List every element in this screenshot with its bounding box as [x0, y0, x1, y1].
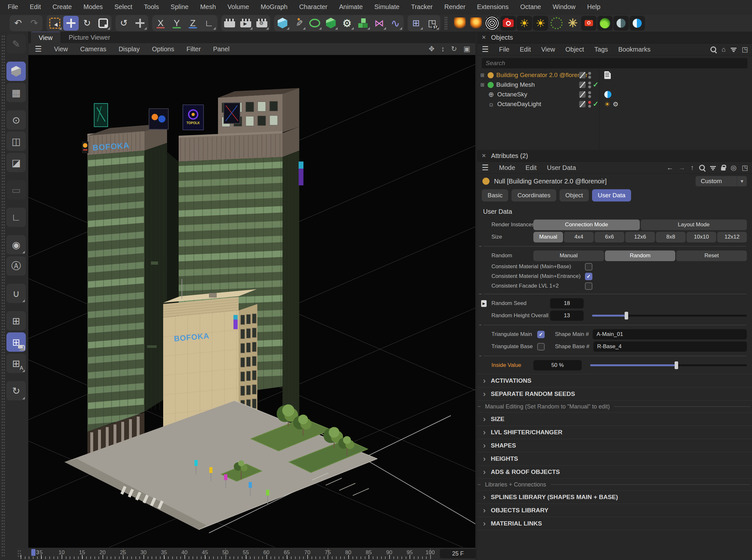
group-expander-icon[interactable]: ▶	[481, 300, 487, 307]
octane-render-camera-icon[interactable]	[581, 16, 597, 31]
menu-simulate[interactable]: Simulate	[374, 3, 399, 11]
shape-main-input[interactable]: A-Main_01	[593, 329, 747, 339]
octane-texture1-icon[interactable]	[613, 16, 629, 31]
render-instances-connection-mode[interactable]: Connection Mode	[533, 220, 640, 230]
rotate-tool-icon[interactable]: ↻	[79, 16, 95, 31]
section-heights[interactable]: ›HEIGHTS	[477, 452, 752, 465]
viewport-menu-view[interactable]: View	[54, 45, 68, 53]
external-window-icon[interactable]: ◳	[742, 164, 748, 172]
visibility-dots[interactable]	[588, 82, 591, 88]
random-height-input[interactable]: 13	[550, 311, 584, 321]
size-6x6[interactable]: 6x6	[595, 232, 624, 242]
undo-icon[interactable]: ↶	[10, 16, 26, 31]
points-mode-icon[interactable]: ⊙	[6, 110, 26, 129]
tree-item-octanedaylight[interactable]: ☼OctaneDayLight✓☀⚙	[477, 99, 752, 109]
menu-tracker[interactable]: Tracker	[411, 3, 433, 11]
edit-mode-icon[interactable]: ✎	[6, 34, 26, 54]
octane-texture2-icon[interactable]	[630, 16, 645, 31]
attributes-menu-mode[interactable]: Mode	[499, 164, 515, 172]
filter-icon[interactable]	[731, 48, 736, 49]
viewport-menu-options[interactable]: Options	[152, 45, 174, 53]
array-grid-icon[interactable]: ⊞	[408, 16, 424, 31]
section-size[interactable]: ›SIZE	[477, 412, 752, 426]
redo-icon[interactable]: ↷	[26, 16, 42, 31]
visibility-dots[interactable]	[588, 91, 591, 98]
enable-axis-icon[interactable]: ◉	[6, 235, 26, 254]
expand-icon[interactable]: ⊞	[480, 72, 485, 78]
section-objects-library[interactable]: ›OBJECTS LIBRARY	[477, 504, 752, 517]
viewport-menu-filter[interactable]: Filter	[186, 45, 201, 53]
external-window-icon[interactable]: ◳	[742, 45, 748, 53]
tree-item-octanesky[interactable]: ⊕OctaneSky	[477, 89, 752, 99]
visibility-dots[interactable]	[588, 72, 591, 79]
random-reset[interactable]: Reset	[676, 251, 747, 261]
deformer-icon[interactable]: ⋈	[372, 16, 387, 31]
menu-tools[interactable]: Tools	[144, 3, 159, 11]
viewport-menu-cameras[interactable]: Cameras	[80, 45, 106, 53]
random-manual[interactable]: Manual	[533, 251, 604, 261]
toolbar-grip[interactable]	[444, 17, 448, 30]
objects-hamburger-icon[interactable]: ☰	[482, 45, 489, 54]
section-material-links[interactable]: ›MATERIAL LINKS	[477, 517, 752, 531]
layer-pencil-icon[interactable]	[579, 101, 586, 107]
filter-icon[interactable]	[710, 166, 716, 167]
menu-render[interactable]: Render	[444, 3, 466, 11]
attributes-menu-user-data[interactable]: User Data	[547, 164, 576, 172]
triangulate-base-checkbox[interactable]: ✓	[537, 343, 545, 351]
octane-sun-icon[interactable]: ☀	[517, 16, 532, 31]
menu-help[interactable]: Help	[587, 3, 600, 11]
slider-knob[interactable]	[625, 312, 628, 320]
visibility-dots[interactable]	[588, 101, 591, 108]
render-instances-layout-mode[interactable]: Layout Mode	[641, 220, 747, 230]
field-icon[interactable]: ∿	[388, 16, 403, 31]
checkbox[interactable]: ✓	[585, 282, 592, 290]
tweak-mode-icon[interactable]: ▭	[6, 180, 26, 200]
menu-volume[interactable]: Volume	[227, 3, 249, 11]
z-axis-lock[interactable]: Z	[185, 16, 201, 31]
tab-view[interactable]: View	[31, 32, 60, 43]
timeline-playhead[interactable]	[31, 549, 36, 556]
objects-menu-view[interactable]: View	[541, 46, 555, 53]
timeline[interactable]: 3 25 F 510152025303540455055606570758085…	[16, 548, 475, 560]
menu-file[interactable]: File	[8, 3, 18, 11]
viewport-canvas[interactable]: TOPOLKBOFOKABOFOKA	[28, 55, 475, 548]
expand-icon[interactable]: ⊞	[480, 82, 485, 88]
close-icon[interactable]: ×	[482, 152, 486, 160]
octane-camera-icon[interactable]	[500, 16, 516, 31]
render-picture-viewer-icon[interactable]	[238, 16, 254, 31]
octane-live-viewer-icon[interactable]	[484, 16, 500, 31]
viewport-menu-display[interactable]: Display	[119, 45, 140, 53]
edges-mode-icon[interactable]: ◫	[6, 132, 26, 151]
tab-user-data[interactable]: User Data	[592, 189, 631, 201]
workplane-grid-icon[interactable]: ⊞	[6, 311, 26, 331]
dolly-icon[interactable]: ↕	[441, 45, 445, 53]
render-view-icon[interactable]	[222, 16, 237, 31]
home-icon[interactable]: ⌂	[721, 45, 726, 53]
menu-mesh[interactable]: Mesh	[200, 3, 216, 11]
section-separate-random-seeds[interactable]: ›SEPARATE RANDOM SEEDS	[477, 387, 752, 401]
last-tool-icon[interactable]: ↺	[116, 16, 132, 31]
shape-base-input[interactable]: R-Base_4	[593, 341, 747, 352]
slider-knob[interactable]	[675, 361, 678, 369]
tree-item-building-mesh[interactable]: ⊞Building Mesh✓	[477, 80, 752, 89]
orbit-icon[interactable]: ↻	[451, 45, 457, 53]
viewport-menu-panel[interactable]: Panel	[213, 45, 230, 53]
checkbox[interactable]: ✓	[585, 273, 592, 280]
inside-value-slider[interactable]	[590, 364, 747, 366]
attributes-menu-edit[interactable]: Edit	[526, 164, 537, 172]
size-manual[interactable]: Manual	[533, 232, 563, 242]
model-mode-icon[interactable]	[6, 62, 26, 81]
menu-spline[interactable]: Spline	[171, 3, 189, 11]
size-12x6[interactable]: 12x6	[625, 232, 655, 242]
menu-window[interactable]: Window	[553, 3, 576, 11]
search-icon[interactable]	[710, 46, 716, 52]
objects-menu-file[interactable]: File	[499, 46, 510, 53]
axis-letter-icon[interactable]: Ⓐ	[6, 256, 26, 276]
generator-icon[interactable]	[323, 16, 339, 31]
axis-modify-icon[interactable]	[132, 16, 148, 31]
workplane-lock-icon[interactable]: ⊞	[6, 333, 26, 352]
menu-select[interactable]: Select	[115, 3, 133, 11]
coord-system-icon[interactable]: ∟	[201, 16, 217, 31]
lock-icon[interactable]	[721, 167, 726, 171]
preset-dropdown-value[interactable]: Custom	[696, 176, 737, 186]
